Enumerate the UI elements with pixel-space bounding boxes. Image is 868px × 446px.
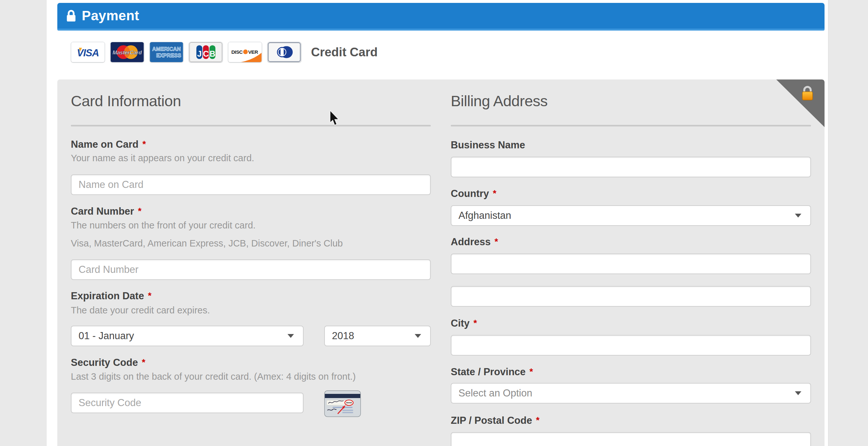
svg-text:VER: VER — [248, 49, 258, 55]
required-asterisk: * — [536, 415, 539, 425]
name-on-card-help: Your name as it appears on your credit c… — [71, 153, 254, 163]
address-line1-input[interactable] — [451, 254, 811, 274]
required-asterisk: * — [138, 206, 141, 216]
country-label: Country* — [451, 188, 496, 199]
svg-text:J: J — [197, 49, 202, 58]
required-asterisk: * — [148, 291, 151, 300]
divider — [71, 125, 431, 126]
visa-icon: VISA — [71, 42, 105, 62]
security-code-card-image — [324, 390, 361, 417]
svg-text:AMERICAN: AMERICAN — [152, 46, 181, 52]
business-name-label: Business Name — [451, 139, 525, 151]
country-select[interactable]: Afghanistan — [451, 205, 811, 226]
billing-address-heading: Billing Address — [451, 92, 548, 110]
card-number-help: The numbers on the front of your credit … — [71, 220, 256, 231]
business-name-input[interactable] — [451, 157, 811, 177]
payment-header: Payment — [57, 3, 825, 31]
svg-text:C: C — [203, 49, 209, 58]
accepted-cards-row: VISA MasterCard AMERICAN EXPRESS — [71, 42, 378, 62]
expiration-date-label: Expiration Date* — [71, 290, 151, 302]
security-code-label: Security Code* — [71, 357, 145, 369]
security-code-input[interactable] — [71, 392, 304, 413]
discover-icon: DISC VER — [228, 42, 262, 62]
state-province-label: State / Province* — [451, 366, 533, 378]
required-asterisk: * — [474, 318, 477, 328]
expiration-month-select[interactable]: 01 - January — [71, 326, 304, 346]
name-on-card-input[interactable] — [71, 174, 431, 195]
zip-postal-code-label: ZIP / Postal Code* — [451, 415, 539, 426]
required-asterisk: * — [495, 236, 498, 247]
page-content: Payment VISA MasterCard AMERICAN — [47, 0, 828, 446]
svg-text:DISC: DISC — [231, 49, 242, 55]
card-number-input[interactable] — [71, 259, 431, 280]
zip-postal-code-input[interactable] — [451, 432, 811, 446]
required-asterisk: * — [493, 188, 496, 198]
card-number-accepted-list: Visa, MasterCard, American Express, JCB,… — [71, 238, 343, 249]
chevron-down-icon — [287, 334, 294, 338]
mastercard-icon: MasterCard — [110, 42, 144, 62]
city-label: City* — [451, 318, 477, 329]
american-express-icon: AMERICAN EXPRESS — [149, 42, 184, 62]
card-number-label: Card Number* — [71, 205, 141, 217]
state-province-select[interactable]: Select an Option — [451, 383, 811, 404]
required-asterisk: * — [142, 357, 145, 367]
city-input[interactable] — [451, 335, 811, 356]
expiration-year-select[interactable]: 2018 — [324, 326, 431, 346]
payment-form-panel: Card Information Name on Card* Your name… — [57, 79, 825, 446]
svg-text:EXPRESS: EXPRESS — [156, 53, 181, 58]
svg-text:MasterCard: MasterCard — [113, 50, 142, 55]
chevron-down-icon — [795, 214, 801, 218]
card-information-heading: Card Information — [71, 92, 181, 110]
jcb-icon: J C B — [189, 42, 223, 62]
name-on-card-label: Name on Card* — [71, 139, 146, 150]
svg-text:VISA: VISA — [77, 47, 99, 59]
chevron-down-icon — [415, 334, 421, 338]
address-label: Address* — [451, 236, 498, 248]
required-asterisk: * — [530, 367, 533, 377]
diners-club-icon — [267, 42, 301, 62]
page-title: Payment — [82, 8, 140, 24]
required-asterisk: * — [142, 139, 146, 149]
security-code-help: Last 3 digits on the back of your credit… — [71, 371, 356, 382]
expiration-date-help: The date your credit card expires. — [71, 305, 210, 316]
gold-lock-icon — [800, 84, 815, 101]
chevron-down-icon — [795, 391, 801, 395]
credit-card-label: Credit Card — [311, 45, 378, 59]
address-line2-input[interactable] — [451, 286, 811, 307]
svg-text:B: B — [210, 49, 215, 58]
mouse-cursor — [329, 110, 340, 126]
divider — [451, 125, 811, 126]
lock-icon — [66, 9, 76, 22]
